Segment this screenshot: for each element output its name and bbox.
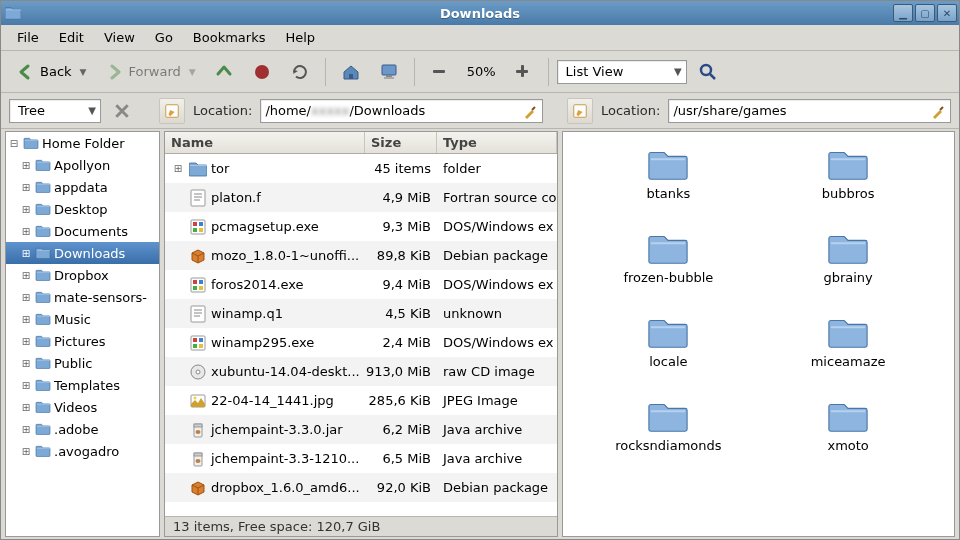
sidebar-item-public[interactable]: ⊞Public bbox=[6, 352, 159, 374]
titlebar[interactable]: Downloads ▁ ▢ ✕ bbox=[1, 1, 959, 25]
zoom-in-button[interactable] bbox=[506, 57, 540, 87]
file-name: mozo_1.8.0-1~unoffi... bbox=[211, 248, 359, 263]
expand-icon[interactable]: ⊞ bbox=[20, 226, 32, 237]
list-row[interactable]: pcmagsetup.exe9,3 MiBDOS/Windows ex bbox=[165, 212, 557, 241]
file-size: 9,3 MiB bbox=[365, 219, 437, 234]
stop-button[interactable] bbox=[245, 57, 279, 87]
collapse-icon[interactable]: ⊟ bbox=[8, 138, 20, 149]
file-size: 6,2 MiB bbox=[365, 422, 437, 437]
grid-item-locale[interactable]: locale bbox=[583, 310, 755, 390]
separator bbox=[414, 58, 415, 86]
menu-help[interactable]: Help bbox=[275, 27, 325, 48]
grid-item-gbrainy[interactable]: gbrainy bbox=[762, 226, 934, 306]
expand-icon[interactable]: ⊞ bbox=[20, 182, 32, 193]
list-row[interactable]: 22-04-14_1441.jpg285,6 KiBJPEG Image bbox=[165, 386, 557, 415]
expand-icon[interactable]: ⊞ bbox=[20, 336, 32, 347]
expand-icon[interactable]: ⊞ bbox=[171, 163, 185, 174]
grid-item-frozen-bubble[interactable]: frozen-bubble bbox=[583, 226, 755, 306]
list-row[interactable]: winamp.q14,5 KiBunknown bbox=[165, 299, 557, 328]
menu-edit[interactable]: Edit bbox=[49, 27, 94, 48]
tree-home-folder[interactable]: ⊟ Home Folder bbox=[6, 132, 159, 154]
list-row[interactable]: foros2014.exe9,4 MiBDOS/Windows ex bbox=[165, 270, 557, 299]
expand-icon[interactable]: ⊞ bbox=[20, 292, 32, 303]
sidebar-item-mate-sensors-[interactable]: ⊞mate-sensors- bbox=[6, 286, 159, 308]
close-button[interactable]: ✕ bbox=[937, 4, 957, 22]
home-button[interactable] bbox=[334, 57, 368, 87]
list-body[interactable]: ⊞tor45 itemsfolderplaton.f4,9 MiBFortran… bbox=[165, 154, 557, 516]
location-field-right[interactable] bbox=[673, 101, 930, 121]
zoom-out-button[interactable] bbox=[423, 57, 457, 87]
sidebar-tree[interactable]: ⊟ Home Folder ⊞Apollyon⊞appdata⊞Desktop⊞… bbox=[5, 131, 160, 537]
list-row[interactable]: jchempaint-3.3-1210...6,5 MiBJava archiv… bbox=[165, 444, 557, 473]
sidebar-item-dropbox[interactable]: ⊞Dropbox bbox=[6, 264, 159, 286]
location-input-right[interactable] bbox=[668, 99, 951, 123]
sidebar-item-documents[interactable]: ⊞Documents bbox=[6, 220, 159, 242]
expand-icon[interactable]: ⊞ bbox=[20, 402, 32, 413]
col-size[interactable]: Size bbox=[365, 132, 437, 153]
menu-file[interactable]: File bbox=[7, 27, 49, 48]
location-input-left[interactable]: /home/xxxxx/Downloads bbox=[260, 99, 543, 123]
tree-label: Templates bbox=[54, 378, 120, 393]
view-mode-select[interactable]: List View▼ bbox=[557, 60, 687, 84]
expand-icon[interactable]: ⊞ bbox=[20, 204, 32, 215]
list-row[interactable]: xubuntu-14.04-deskt...913,0 MiBraw CD im… bbox=[165, 357, 557, 386]
minimize-button[interactable]: ▁ bbox=[893, 4, 913, 22]
reload-button[interactable] bbox=[283, 57, 317, 87]
clear-icon[interactable] bbox=[522, 103, 538, 119]
expand-icon[interactable]: ⊞ bbox=[20, 446, 32, 457]
icon-grid[interactable]: btanksbubbrosfrozen-bubblegbrainylocalem… bbox=[563, 132, 955, 536]
file-size: 913,0 MiB bbox=[365, 364, 437, 379]
back-button[interactable]: Back▼ bbox=[9, 57, 93, 87]
list-row[interactable]: platon.f4,9 MiBFortran source co bbox=[165, 183, 557, 212]
menu-view[interactable]: View bbox=[94, 27, 145, 48]
grid-item-miceamaze[interactable]: miceamaze bbox=[762, 310, 934, 390]
list-row[interactable]: jchempaint-3.3.0.jar6,2 MiBJava archive bbox=[165, 415, 557, 444]
sidebar-item-pictures[interactable]: ⊞Pictures bbox=[6, 330, 159, 352]
grid-label: locale bbox=[649, 354, 687, 369]
grid-item-btanks[interactable]: btanks bbox=[583, 142, 755, 222]
sidebar-item-templates[interactable]: ⊞Templates bbox=[6, 374, 159, 396]
sidebar-item--avogadro[interactable]: ⊞.avogadro bbox=[6, 440, 159, 462]
expand-icon[interactable]: ⊞ bbox=[20, 160, 32, 171]
sidebar-item-music[interactable]: ⊞Music bbox=[6, 308, 159, 330]
maximize-button[interactable]: ▢ bbox=[915, 4, 935, 22]
expand-icon[interactable]: ⊞ bbox=[20, 314, 32, 325]
edit-location-button-right[interactable] bbox=[567, 98, 593, 124]
col-name[interactable]: Name bbox=[165, 132, 365, 153]
sidebar-item-videos[interactable]: ⊞Videos bbox=[6, 396, 159, 418]
close-sidebar-button[interactable] bbox=[109, 98, 135, 124]
search-button[interactable] bbox=[691, 57, 725, 87]
file-type: raw CD image bbox=[437, 364, 557, 379]
grid-item-rocksndiamonds[interactable]: rocksndiamonds bbox=[583, 394, 755, 474]
forward-button[interactable]: Forward▼ bbox=[97, 57, 202, 87]
col-type[interactable]: Type bbox=[437, 132, 557, 153]
expand-icon[interactable]: ⊞ bbox=[20, 270, 32, 281]
clear-icon[interactable] bbox=[930, 103, 946, 119]
list-row[interactable]: mozo_1.8.0-1~unoffi...89,8 KiBDebian pac… bbox=[165, 241, 557, 270]
sidebar-item-appdata[interactable]: ⊞appdata bbox=[6, 176, 159, 198]
sidebar-item--adobe[interactable]: ⊞.adobe bbox=[6, 418, 159, 440]
sidebar-mode-select[interactable]: Tree▼ bbox=[9, 99, 101, 123]
tree-label: Dropbox bbox=[54, 268, 109, 283]
list-row[interactable]: ⊞tor45 itemsfolder bbox=[165, 154, 557, 183]
grid-item-xmoto[interactable]: xmoto bbox=[762, 394, 934, 474]
expand-icon[interactable]: ⊞ bbox=[20, 424, 32, 435]
location-label: Location: bbox=[193, 103, 252, 118]
menu-bookmarks[interactable]: Bookmarks bbox=[183, 27, 276, 48]
file-type: Debian package bbox=[437, 480, 557, 495]
folder-icon bbox=[647, 398, 689, 434]
list-row[interactable]: dropbox_1.6.0_amd6...92,0 KiBDebian pack… bbox=[165, 473, 557, 502]
computer-button[interactable] bbox=[372, 57, 406, 87]
sidebar-item-apollyon[interactable]: ⊞Apollyon bbox=[6, 154, 159, 176]
menu-go[interactable]: Go bbox=[145, 27, 183, 48]
sidebar-item-desktop[interactable]: ⊞Desktop bbox=[6, 198, 159, 220]
grid-item-bubbros[interactable]: bubbros bbox=[762, 142, 934, 222]
expand-icon[interactable]: ⊞ bbox=[20, 380, 32, 391]
up-button[interactable] bbox=[207, 57, 241, 87]
edit-location-button[interactable] bbox=[159, 98, 185, 124]
menubar: File Edit View Go Bookmarks Help bbox=[1, 25, 959, 51]
expand-icon[interactable]: ⊞ bbox=[20, 248, 32, 259]
list-row[interactable]: winamp295.exe2,4 MiBDOS/Windows ex bbox=[165, 328, 557, 357]
sidebar-item-downloads[interactable]: ⊞Downloads bbox=[6, 242, 159, 264]
expand-icon[interactable]: ⊞ bbox=[20, 358, 32, 369]
